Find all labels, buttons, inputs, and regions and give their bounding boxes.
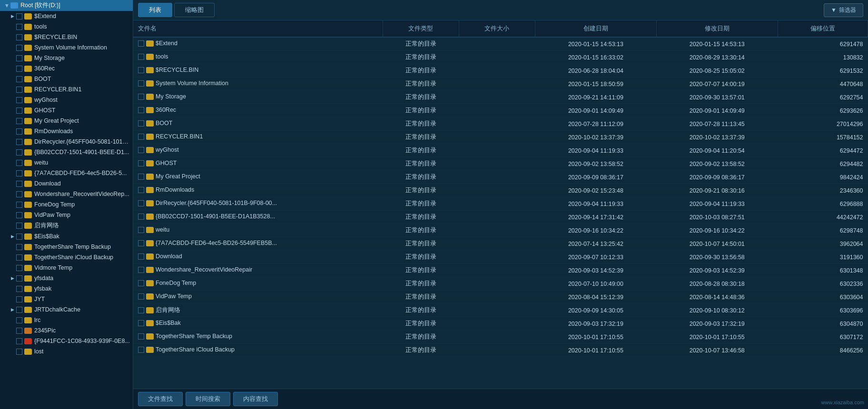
sidebar-checkbox[interactable] xyxy=(16,139,22,145)
table-row[interactable]: {7A7ACBDD-FED6-4ec5-BD26-5549FEB5B...正常的… xyxy=(133,237,868,251)
sidebar-checkbox[interactable] xyxy=(16,317,22,323)
sidebar-checkbox[interactable] xyxy=(16,66,22,72)
row-checkbox[interactable] xyxy=(138,94,144,100)
sidebar-item[interactable]: yfsbak xyxy=(0,283,133,294)
table-row[interactable]: Wondershare_RecoveritVideoRepair正常的目录202… xyxy=(133,264,868,277)
sidebar-item[interactable]: {7A7ACBDD-FED6-4ec5-BD26-5... xyxy=(0,168,133,178)
sidebar-checkbox[interactable] xyxy=(16,212,22,218)
row-checkbox[interactable] xyxy=(138,120,144,127)
sidebar-item[interactable]: 2345Pic xyxy=(0,325,133,336)
sidebar-item[interactable]: Download xyxy=(0,178,133,189)
row-checkbox[interactable] xyxy=(138,293,144,300)
table-row[interactable]: System Volume Information正常的目录2020-01-15… xyxy=(133,78,868,91)
sidebar-checkbox[interactable] xyxy=(16,107,22,114)
sidebar-checkbox[interactable] xyxy=(16,244,22,250)
table-row[interactable]: VidPaw Temp正常的目录2020-08-04 15:12:392020-… xyxy=(133,291,868,304)
sidebar-checkbox[interactable] xyxy=(16,24,22,30)
table-row[interactable]: RECYCLER.BIN1正常的目录2020-10-02 13:37:39202… xyxy=(133,131,868,144)
table-row[interactable]: TogetherShare Temp Backup正常的目录2020-10-01… xyxy=(133,331,868,344)
sidebar-item[interactable]: My Storage xyxy=(0,53,133,63)
row-checkbox[interactable] xyxy=(138,134,144,140)
sidebar-checkbox[interactable] xyxy=(16,338,22,344)
sidebar-item[interactable]: lrc xyxy=(0,315,133,325)
sidebar-item[interactable]: {F9441FCC-1C08-4933-939F-0E8... xyxy=(0,336,133,346)
row-checkbox[interactable] xyxy=(138,160,144,166)
tab-list-button[interactable]: 列表 xyxy=(138,3,172,17)
sidebar-item[interactable]: Vidmore Temp xyxy=(0,263,133,273)
row-checkbox[interactable] xyxy=(138,147,144,153)
row-checkbox[interactable] xyxy=(138,200,144,206)
sidebar-checkbox[interactable] xyxy=(16,307,22,313)
sidebar-item[interactable]: FoneDog Temp xyxy=(0,199,133,210)
sidebar-item[interactable]: DirRecycler.{645FF040-5081-101E... xyxy=(0,136,133,147)
table-row[interactable]: tools正常的目录2020-01-15 16:33:022020-08-29 … xyxy=(133,51,868,64)
row-checkbox[interactable] xyxy=(138,187,144,193)
row-checkbox[interactable] xyxy=(138,253,144,260)
sidebar-checkbox[interactable] xyxy=(16,181,22,187)
row-checkbox[interactable] xyxy=(138,80,144,87)
sidebar-item[interactable]: System Volume Information xyxy=(0,42,133,53)
sidebar-item[interactable]: yfsdata xyxy=(0,273,133,283)
row-checkbox[interactable] xyxy=(138,307,144,313)
sidebar-checkbox[interactable] xyxy=(16,76,22,82)
table-row[interactable]: My Great Project正常的目录2020-09-09 08:36:17… xyxy=(133,171,868,184)
sidebar-checkbox[interactable] xyxy=(16,160,22,166)
sidebar-checkbox[interactable] xyxy=(16,170,22,176)
time-search-button[interactable]: 时间搜索 xyxy=(186,392,230,406)
sidebar-checkbox[interactable] xyxy=(16,45,22,51)
sidebar-checkbox[interactable] xyxy=(16,265,22,271)
sidebar-checkbox[interactable] xyxy=(16,234,22,240)
row-checkbox[interactable] xyxy=(138,107,144,113)
table-row[interactable]: wyGhost正常的目录2020-09-04 11:19:332020-09-0… xyxy=(133,144,868,157)
table-row[interactable]: TogetherShare iCloud Backup正常的目录2020-10-… xyxy=(133,344,868,357)
table-row[interactable]: {BB02CCD7-1501-4901-B5EE-D1A1B3528...正常的… xyxy=(133,211,868,224)
sidebar-item[interactable]: GHOST xyxy=(0,105,133,116)
sidebar-item[interactable]: Wondershare_RecoveritVideoRep... xyxy=(0,189,133,199)
sidebar-checkbox[interactable] xyxy=(16,296,22,302)
row-checkbox[interactable] xyxy=(138,174,144,180)
sidebar-item[interactable]: TogetherShare iCloud Backup xyxy=(0,252,133,263)
sidebar-checkbox[interactable] xyxy=(16,349,22,355)
sidebar-item[interactable]: TogetherShare Temp Backup xyxy=(0,242,133,252)
table-row[interactable]: 360Rec正常的目录2020-09-01 14:09:492020-09-01… xyxy=(133,104,868,117)
row-checkbox[interactable] xyxy=(138,67,144,73)
row-checkbox[interactable] xyxy=(138,280,144,286)
sidebar-checkbox[interactable] xyxy=(16,87,22,93)
sidebar-item[interactable]: My Great Project xyxy=(0,116,133,126)
sidebar-item[interactable]: {BB02CCD7-1501-4901-B5EE-D1... xyxy=(0,147,133,157)
sidebar-item[interactable]: JRTDchalkCache xyxy=(0,304,133,315)
sidebar-checkbox[interactable] xyxy=(16,128,22,135)
tab-thumbnail-button[interactable]: 缩略图 xyxy=(174,3,215,17)
sidebar-checkbox[interactable] xyxy=(16,328,22,334)
sidebar-item[interactable]: VidPaw Temp xyxy=(0,210,133,220)
table-row[interactable]: $Extend正常的目录2020-01-15 14:53:132020-01-1… xyxy=(133,37,868,51)
content-search-button[interactable]: 内容查找 xyxy=(233,392,278,406)
row-checkbox[interactable] xyxy=(138,227,144,233)
row-checkbox[interactable] xyxy=(138,320,144,326)
sidebar-item[interactable]: RECYCLER.BIN1 xyxy=(0,84,133,95)
sidebar-item[interactable]: wyGhost xyxy=(0,95,133,105)
row-checkbox[interactable] xyxy=(138,240,144,246)
sidebar-checkbox[interactable] xyxy=(16,254,22,261)
row-checkbox[interactable] xyxy=(138,214,144,220)
sidebar-checkbox[interactable] xyxy=(16,97,22,103)
sidebar-checkbox[interactable] xyxy=(16,55,22,61)
sidebar-checkbox[interactable] xyxy=(16,149,22,156)
sidebar-checkbox[interactable] xyxy=(16,34,22,40)
sidebar-checkbox[interactable] xyxy=(16,286,22,292)
sidebar-checkbox[interactable] xyxy=(16,202,22,208)
sidebar-item[interactable]: tools xyxy=(0,21,133,32)
filter-button[interactable]: ▼ 筛选器 xyxy=(824,3,863,17)
row-checkbox[interactable] xyxy=(138,54,144,60)
row-checkbox[interactable] xyxy=(138,40,144,47)
sidebar-checkbox[interactable] xyxy=(16,223,22,229)
table-row[interactable]: GHOST正常的目录2020-09-02 13:58:522020-09-02 … xyxy=(133,157,868,171)
table-row[interactable]: $RECYCLE.BIN正常的目录2020-06-28 18:04:042020… xyxy=(133,64,868,78)
table-row[interactable]: Download正常的目录2020-09-07 10:12:332020-09-… xyxy=(133,251,868,264)
sidebar-checkbox[interactable] xyxy=(16,191,22,197)
sidebar-item[interactable]: 启肯网络 xyxy=(0,220,133,231)
table-row[interactable]: BOOT正常的目录2020-07-28 11:12:092020-07-28 1… xyxy=(133,117,868,131)
sidebar-item[interactable]: BOOT xyxy=(0,74,133,84)
table-row[interactable]: DirRecycler.{645FF040-5081-101B-9F08-00.… xyxy=(133,197,868,211)
table-row[interactable]: My Storage正常的目录2020-09-21 14:11:092020-0… xyxy=(133,91,868,104)
